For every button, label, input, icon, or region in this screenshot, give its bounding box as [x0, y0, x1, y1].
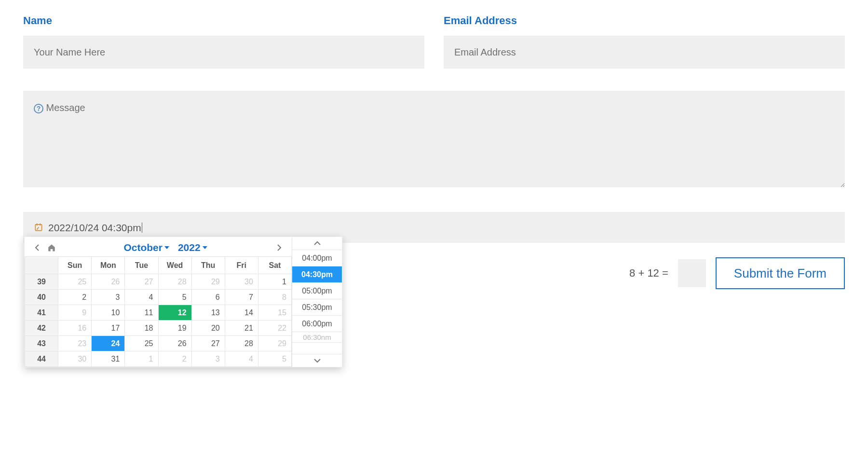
calendar-day[interactable]: 7	[225, 290, 258, 305]
calendar-row: 4216171819202122	[25, 321, 292, 336]
calendar-day[interactable]: 6	[191, 290, 225, 305]
home-icon[interactable]	[46, 242, 57, 253]
time-option[interactable]: 05:00pm	[292, 283, 342, 299]
calendar-day[interactable]: 26	[158, 336, 191, 351]
calendar-day[interactable]: 26	[92, 274, 125, 290]
caret-down-icon	[164, 246, 169, 249]
calendar-day[interactable]: 24	[92, 336, 125, 351]
calendar-header-row: Sun Mon Tue Wed Thu Fri Sat	[25, 257, 292, 274]
calendar-day[interactable]: 2	[58, 290, 92, 305]
calendar-day[interactable]: 1	[125, 351, 158, 367]
year-select[interactable]: 2022	[178, 242, 207, 253]
calendar-day[interactable]: 2	[158, 351, 191, 367]
message-wrap: ? Message	[23, 91, 845, 190]
calendar-table: Sun Mon Tue Wed Thu Fri Sat 392526272829…	[25, 256, 292, 367]
day-header: Mon	[92, 257, 125, 274]
datetime-picker: October 2022 Sun Mon	[24, 237, 342, 367]
time-panel: 04:00pm04:30pm05:00pm05:30pm06:00pm06:30…	[292, 237, 342, 367]
month-select[interactable]: October	[123, 242, 169, 253]
name-input[interactable]	[23, 36, 424, 69]
page-root: Name Email Address ? Message	[0, 0, 868, 475]
calendar-day[interactable]: 27	[191, 336, 225, 351]
calendar-day[interactable]: 14	[225, 305, 258, 321]
submit-button[interactable]: Submit the Form	[716, 257, 845, 289]
week-header-blank	[25, 257, 58, 274]
email-label: Email Address	[444, 14, 845, 27]
calendar-day[interactable]: 29	[191, 274, 225, 290]
captcha-label: 8 + 12 =	[629, 267, 668, 279]
time-option[interactable]: 04:00pm	[292, 250, 342, 266]
calendar-day[interactable]: 23	[58, 336, 92, 351]
calendar-day[interactable]: 20	[191, 321, 225, 336]
calendar-day[interactable]: 9	[58, 305, 92, 321]
week-number: 39	[25, 274, 58, 290]
calendar-row: 402345678	[25, 290, 292, 305]
calendar-day[interactable]: 31	[92, 351, 125, 367]
next-month-button[interactable]	[273, 242, 285, 253]
month-label: October	[123, 242, 163, 253]
calendar-day[interactable]: 5	[158, 290, 191, 305]
time-option[interactable]: 05:30pm	[292, 299, 342, 316]
calendar-day[interactable]: 15	[258, 305, 291, 321]
calendar-day[interactable]: 21	[225, 321, 258, 336]
day-header: Wed	[158, 257, 191, 274]
week-number: 40	[25, 290, 58, 305]
week-number: 44	[25, 351, 58, 367]
calendar-day[interactable]: 30	[225, 274, 258, 290]
calendar-row: 44303112345	[25, 351, 292, 367]
year-label: 2022	[178, 242, 201, 253]
calendar-day[interactable]: 25	[125, 336, 158, 351]
calendar-day[interactable]: 1	[258, 274, 291, 290]
caret-down-icon	[203, 246, 207, 249]
calendar-day[interactable]: 10	[92, 305, 125, 321]
calendar-row: 4323242526272829	[25, 336, 292, 351]
calendar-day[interactable]: 8	[258, 290, 291, 305]
calendar-row: 419101112131415	[25, 305, 292, 321]
calendar-header: October 2022	[25, 237, 292, 256]
calendar-day[interactable]: 25	[58, 274, 92, 290]
name-label: Name	[23, 14, 424, 27]
prev-month-button[interactable]	[31, 242, 43, 253]
time-option[interactable]: 06:00pm	[292, 316, 342, 332]
calendar-day[interactable]: 27	[125, 274, 158, 290]
day-header: Sat	[258, 257, 291, 274]
day-header: Sun	[58, 257, 92, 274]
week-number: 43	[25, 336, 58, 351]
captcha-input[interactable]	[678, 259, 706, 287]
week-number: 41	[25, 305, 58, 321]
time-scroll-up[interactable]	[292, 237, 342, 250]
calendar-day[interactable]: 13	[191, 305, 225, 321]
week-number: 42	[25, 321, 58, 336]
calendar-grid-panel: October 2022 Sun Mon	[25, 237, 292, 367]
calendar-day[interactable]: 11	[125, 305, 158, 321]
email-input[interactable]	[444, 36, 845, 69]
name-email-row: Name Email Address	[23, 14, 845, 69]
calendar-day[interactable]: 29	[258, 336, 291, 351]
calendar-row: 392526272829301	[25, 274, 292, 290]
time-option-partial[interactable]: 06:30nm	[292, 332, 342, 343]
calendar-day[interactable]: 17	[92, 321, 125, 336]
calendar-day[interactable]: 5	[258, 351, 291, 367]
calendar-day[interactable]: 28	[225, 336, 258, 351]
calendar-day[interactable]: 3	[191, 351, 225, 367]
calendar-day[interactable]: 12	[158, 305, 191, 321]
calendar-day[interactable]: 19	[158, 321, 191, 336]
calendar-day[interactable]: 4	[125, 290, 158, 305]
message-textarea[interactable]	[23, 91, 845, 187]
calendar-day[interactable]: 18	[125, 321, 158, 336]
calendar-day[interactable]: 30	[58, 351, 92, 367]
name-col: Name	[23, 14, 424, 69]
day-header: Tue	[125, 257, 158, 274]
time-option[interactable]: 04:30pm	[292, 266, 342, 283]
day-header: Fri	[225, 257, 258, 274]
calendar-day[interactable]: 4	[225, 351, 258, 367]
time-scroll-down[interactable]	[292, 354, 342, 367]
calendar-day[interactable]: 3	[92, 290, 125, 305]
calendar-day[interactable]: 16	[58, 321, 92, 336]
day-header: Thu	[191, 257, 225, 274]
calendar-day[interactable]: 28	[158, 274, 191, 290]
calendar-day[interactable]: 22	[258, 321, 291, 336]
calendar-icon	[34, 223, 43, 232]
time-list: 04:00pm04:30pm05:00pm05:30pm06:00pm06:30…	[292, 250, 342, 354]
month-year: October 2022	[57, 242, 273, 253]
